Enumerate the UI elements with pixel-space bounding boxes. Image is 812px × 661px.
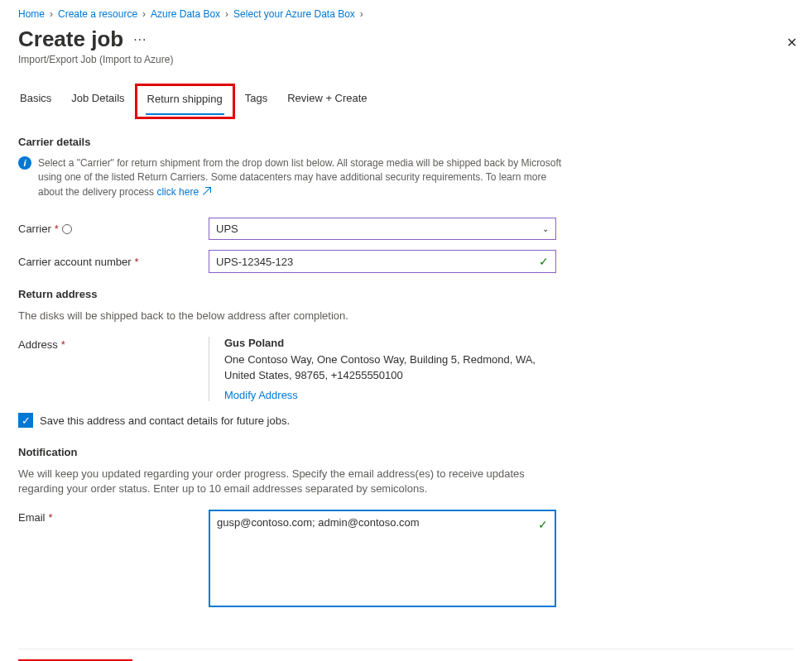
address-name: Gus Poland (224, 337, 556, 349)
return-heading: Return address (18, 288, 794, 300)
tab-review-create[interactable]: Review + Create (286, 87, 368, 119)
highlight-box: Return shipping (135, 84, 235, 119)
email-value: gusp@contoso.com; admin@contoso.com (217, 516, 420, 529)
breadcrumb: Home› Create a resource› Azure Data Box›… (18, 8, 794, 20)
carrier-info-text: Select a "Carrier" for return shipment f… (38, 156, 565, 199)
address-line: One Contoso Way, One Contoso Way, Buildi… (224, 352, 556, 384)
email-textarea[interactable]: gusp@contoso.com; admin@contoso.com ✓ (209, 510, 556, 607)
required-icon: * (55, 223, 59, 235)
carrier-label: Carrier* (18, 223, 209, 235)
chevron-right-icon: › (142, 8, 146, 20)
carrier-info: i Select a "Carrier" for return shipment… (18, 156, 565, 199)
required-icon: * (135, 256, 139, 268)
click-here-link[interactable]: click here (156, 186, 199, 198)
info-icon: i (18, 156, 31, 170)
carrier-acct-input[interactable]: UPS-12345-123 ✓ (209, 250, 556, 273)
tab-job-details[interactable]: Job Details (70, 87, 126, 119)
required-icon: * (49, 511, 53, 524)
crumb-databox[interactable]: Azure Data Box (151, 8, 220, 20)
carrier-acct-value: UPS-12345-123 (216, 256, 293, 268)
crumb-home[interactable]: Home (18, 8, 45, 20)
page-subtitle: Import/Export Job (Import to Azure) (18, 54, 794, 65)
crumb-create-resource[interactable]: Create a resource (58, 8, 137, 20)
external-link-icon (203, 185, 211, 199)
check-icon: ✓ (22, 414, 31, 427)
chevron-down-icon: ⌄ (542, 224, 549, 233)
return-desc: The disks will be shipped back to the be… (18, 309, 565, 323)
crumb-select-databox[interactable]: Select your Azure Data Box (233, 8, 355, 20)
tab-basics[interactable]: Basics (18, 87, 53, 119)
required-icon: * (61, 338, 65, 351)
chevron-right-icon: › (50, 8, 53, 20)
save-address-checkbox[interactable]: ✓ (18, 413, 33, 428)
carrier-value: UPS (216, 223, 238, 235)
modify-address-link[interactable]: Modify Address (224, 389, 298, 401)
page-title: Create job (18, 26, 123, 52)
tab-tags[interactable]: Tags (243, 87, 269, 119)
notif-desc: We will keep you updated regarding your … (18, 467, 565, 496)
chevron-right-icon: › (225, 8, 228, 20)
tab-return-shipping[interactable]: Return shipping (146, 88, 224, 115)
notif-heading: Notification (18, 446, 794, 458)
address-block: Gus Poland One Contoso Way, One Contoso … (209, 337, 556, 401)
address-label: Address* (18, 337, 209, 351)
check-icon: ✓ (538, 518, 548, 531)
carrier-heading: Carrier details (18, 136, 794, 148)
more-icon[interactable]: ··· (133, 32, 147, 47)
footer: Review + Create <Previous: Job Details N… (18, 649, 794, 661)
save-address-label: Save this address and contact details fo… (40, 414, 290, 427)
info-circle-icon[interactable] (62, 224, 72, 234)
tabs: Basics Job Details Return shipping Tags … (18, 87, 794, 119)
carrier-acct-label: Carrier account number* (18, 256, 209, 268)
close-icon[interactable]: ✕ (786, 35, 797, 50)
email-label: Email* (18, 510, 209, 524)
carrier-select[interactable]: UPS ⌄ (209, 218, 556, 240)
chevron-right-icon: › (360, 8, 363, 20)
check-icon: ✓ (539, 255, 549, 268)
